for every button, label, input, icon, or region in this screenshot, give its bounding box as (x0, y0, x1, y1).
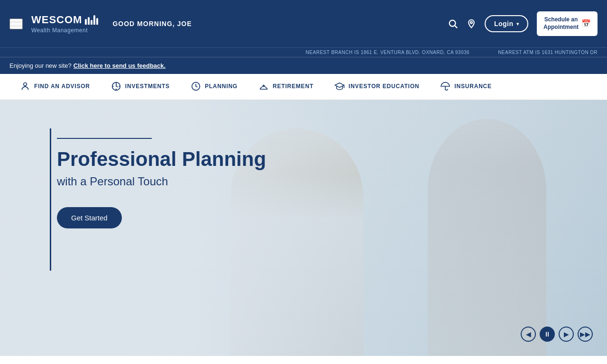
slider-pause-button[interactable]: ⏸ (540, 327, 555, 342)
clock-icon (191, 81, 201, 91)
nav-item-retirement[interactable]: RETIREMENT (248, 74, 324, 100)
branch-info-bar: NEAREST BRANCH IS 1861 E. VENTURA BLVD. … (0, 47, 607, 57)
main-nav: FIND AN ADVISOR INVESTMENTS PLANNING (0, 74, 607, 100)
hero-left-accent (50, 128, 51, 271)
atm-text: NEAREST ATM IS 1631 HUNTINGTON DR (498, 50, 598, 55)
get-started-button[interactable]: Get Started (57, 207, 122, 228)
chart-icon (111, 81, 121, 91)
hamburger-menu[interactable] (9, 18, 23, 29)
calendar-icon: 📅 (581, 19, 591, 29)
logo-name: WESCOM (31, 14, 82, 26)
hero-subtitle: with a Personal Touch (57, 175, 266, 188)
hero-top-line (57, 138, 152, 139)
svg-point-3 (24, 82, 27, 86)
schedule-button[interactable]: Schedule an Appointment 📅 (537, 11, 598, 36)
header-right: Login ▾ Schedule an Appointment 📅 (448, 11, 598, 36)
nav-label-investor-education: INVESTOR EDUCATION (349, 83, 419, 90)
login-button[interactable]: Login ▾ (485, 15, 528, 32)
retirement-icon (258, 81, 269, 91)
graduation-icon (334, 81, 345, 91)
hero-content: Professional Planning with a Personal To… (57, 138, 266, 228)
pause-icon: ⏸ (544, 330, 551, 338)
logo-subtitle: Wealth Management (31, 27, 98, 34)
hero-section: Professional Planning with a Personal To… (0, 100, 607, 356)
nav-item-insurance[interactable]: INSURANCE (430, 74, 502, 100)
nav-label-retirement: RETIREMENT (273, 83, 313, 90)
hero-title: Professional Planning (57, 148, 266, 170)
search-button[interactable] (448, 18, 458, 29)
nav-item-planning[interactable]: PLANNING (180, 74, 248, 100)
nav-item-investments[interactable]: INVESTMENTS (101, 74, 180, 100)
logo-waves-icon (85, 15, 98, 25)
schedule-label: Schedule an Appointment (543, 16, 579, 31)
nav-item-find-advisor[interactable]: FIND AN ADVISOR (9, 74, 101, 100)
nav-label-investments: INVESTMENTS (125, 83, 170, 90)
slider-play-button[interactable]: ▶ (559, 327, 574, 342)
chevron-down-icon: ▾ (516, 21, 519, 27)
person-icon (20, 81, 30, 91)
nav-label-insurance: INSURANCE (454, 83, 492, 90)
slider-next-button[interactable]: ▶▶ (578, 327, 593, 342)
nav-label-find-advisor: FIND AN ADVISOR (34, 83, 90, 90)
location-icon (467, 18, 476, 29)
feedback-text: Enjoying our new site? (9, 62, 72, 69)
nav-label-planning: PLANNING (205, 83, 238, 90)
top-header: WESCOM Wealth Management GOOD MORNING, J… (0, 0, 607, 47)
feedback-link[interactable]: Click here to send us feedback. (74, 62, 166, 69)
logo-area: WESCOM Wealth Management (31, 14, 98, 34)
branch-text: NEAREST BRANCH IS 1861 E. VENTURA BLVD. … (306, 50, 470, 55)
prev-icon: ◀ (526, 330, 531, 338)
slider-controls: ◀ ⏸ ▶ ▶▶ (521, 327, 593, 342)
svg-line-1 (455, 26, 457, 28)
login-label: Login (494, 20, 514, 27)
svg-point-2 (470, 21, 472, 23)
svg-point-0 (450, 20, 456, 27)
search-icon (448, 18, 458, 29)
location-button[interactable] (467, 18, 476, 29)
greeting-text: GOOD MORNING, JOE (112, 20, 192, 27)
nav-item-investor-education[interactable]: INVESTOR EDUCATION (324, 74, 430, 100)
umbrella2-icon (440, 81, 451, 91)
next-icon: ▶▶ (580, 330, 590, 338)
feedback-bar: Enjoying our new site? Click here to sen… (0, 57, 607, 74)
slider-prev-button[interactable]: ◀ (521, 327, 536, 342)
play-icon: ▶ (564, 330, 569, 338)
